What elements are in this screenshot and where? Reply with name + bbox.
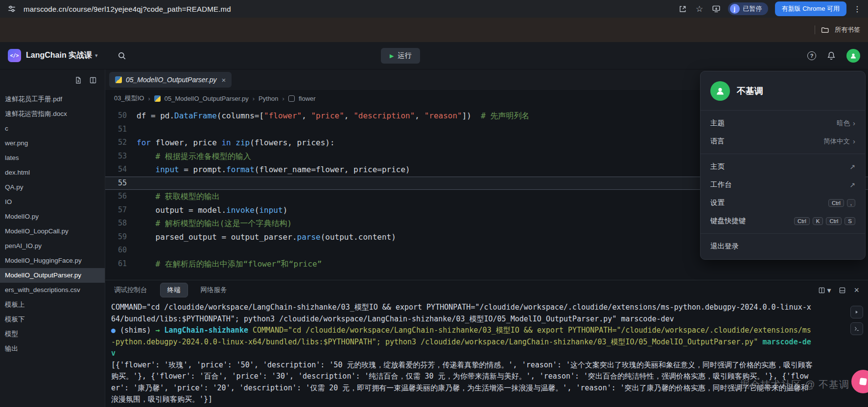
chevron-down-icon: ▾: [827, 286, 831, 295]
line-number[interactable]: 52: [105, 136, 137, 150]
chrome-update-button[interactable]: 有新版 Chrome 可用: [775, 1, 846, 16]
profile-paused-pill[interactable]: j 已暂停: [728, 2, 768, 15]
user-avatar[interactable]: [846, 49, 860, 63]
breadcrumb-item[interactable]: 03_模型IO: [114, 94, 144, 103]
file-item[interactable]: ers_with_descriptions.csv: [0, 283, 105, 297]
terminal-line: [{'flower': '玫瑰', 'price': '50', 'descri…: [111, 360, 813, 406]
file-item[interactable]: c: [0, 121, 105, 136]
editor-tab[interactable]: 05_ModelIO_OutputParser.py ×: [109, 72, 232, 88]
line-number[interactable]: 54: [105, 163, 137, 177]
line-number[interactable]: 58: [105, 217, 137, 230]
close-panel-icon[interactable]: ×: [854, 286, 859, 294]
terminal-header: 调试控制台终端网络服务 ▾: [105, 280, 868, 300]
user-menu: 不基调 主题暗色›语言简体中文›主页↗工作台↗设置Ctrl,键盘快捷键CtrlK…: [700, 71, 866, 260]
profile-paused-label: 已暂停: [743, 4, 762, 13]
file-list: 速鲜花员工手册.pdf速鲜花运营指南.docxcwer.pnglatesdex.…: [0, 91, 105, 356]
install-app-icon[interactable]: [711, 4, 721, 14]
breadcrumb-item[interactable]: 05_ModelIO_OutputParser.py: [164, 95, 249, 102]
breadcrumb-item[interactable]: flower: [299, 95, 316, 102]
line-number[interactable]: 56: [105, 190, 137, 204]
tune-icon[interactable]: [7, 4, 17, 14]
menu-item[interactable]: 工作台↗: [701, 176, 865, 194]
terminal-line: COMMAND="cd /cloudide/workspace/LangChai…: [111, 302, 813, 325]
keycap: S: [845, 217, 855, 225]
keycap: K: [813, 217, 823, 225]
terminal-tab[interactable]: 调试控制台: [114, 286, 147, 294]
file-item[interactable]: QA.py: [0, 180, 105, 195]
file-item[interactable]: ModelIO_LoopCall.py: [0, 224, 105, 239]
terminal-tabs: 调试控制台终端网络服务: [114, 283, 227, 297]
line-number[interactable]: 53: [105, 150, 137, 163]
terminal-panel: 调试控制台终端网络服务 ▾: [105, 280, 868, 407]
line-number[interactable]: 59: [105, 230, 137, 244]
run-label: 运行: [398, 51, 411, 60]
all-bookmarks-label[interactable]: 所有书签: [835, 25, 860, 34]
file-item[interactable]: penAI_IO.py: [0, 239, 105, 253]
marscode-logo-icon[interactable]: </>: [8, 49, 21, 62]
file-item[interactable]: dex.html: [0, 165, 105, 180]
panel-layout-icon[interactable]: [839, 287, 846, 294]
line-number[interactable]: 50: [105, 109, 137, 123]
menu-item[interactable]: 设置Ctrl,: [701, 194, 865, 212]
keycap: ,: [847, 199, 855, 207]
header-right-group: ?: [807, 49, 860, 63]
menu-item[interactable]: 语言简体中文›: [701, 132, 865, 150]
open-in-new-icon[interactable]: [678, 4, 688, 14]
run-button[interactable]: ▶ 运行: [381, 48, 420, 64]
import-file-icon[interactable]: [74, 76, 82, 84]
explorer-actions: [0, 69, 105, 91]
chevron-right-icon: ›: [853, 137, 855, 145]
file-item[interactable]: 速鲜花员工手册.pdf: [0, 92, 105, 107]
bell-icon[interactable]: [827, 51, 836, 60]
file-item[interactable]: ModelIO_HuggingFace.py: [0, 253, 105, 268]
help-icon[interactable]: ?: [807, 51, 816, 60]
breadcrumb-item[interactable]: Python: [258, 95, 278, 102]
python-icon: [115, 76, 122, 83]
file-item[interactable]: 速鲜花运营指南.docx: [0, 107, 105, 121]
keycap: Ctrl: [826, 217, 842, 225]
file-item[interactable]: IO: [0, 195, 105, 209]
run-in-terminal-icon[interactable]: [850, 306, 863, 318]
split-editor-icon[interactable]: [89, 76, 97, 84]
line-number[interactable]: 60: [105, 244, 137, 257]
menu-divider: [701, 110, 865, 111]
terminal-line: ● (shims) → LangChain-shizhanke COMMAND=…: [111, 325, 813, 360]
line-number[interactable]: 51: [105, 123, 137, 136]
tab-close-icon[interactable]: ×: [221, 76, 226, 84]
chevron-down-icon[interactable]: ▾: [95, 52, 98, 59]
line-number[interactable]: 55: [105, 177, 137, 190]
browser-menu-icon[interactable]: ⋮: [853, 4, 861, 14]
gift-icon: [859, 378, 867, 385]
symbol-icon: [288, 95, 295, 102]
terminal-tab[interactable]: 网络服务: [201, 286, 227, 294]
terminal-script-icon[interactable]: [850, 322, 863, 335]
line-number[interactable]: 57: [105, 204, 137, 217]
file-item[interactable]: wer.png: [0, 136, 105, 151]
file-item[interactable]: 模板上: [0, 297, 105, 312]
username: 不基调: [737, 85, 763, 97]
file-item[interactable]: 输出: [0, 341, 105, 356]
split-terminal-icon[interactable]: ▾: [818, 286, 831, 295]
line-number[interactable]: 61: [105, 257, 137, 271]
url-text[interactable]: marscode.cn/course/9erl12yejee4qj?code_p…: [23, 5, 231, 13]
browser-toolbar: marscode.cn/course/9erl12yejee4qj?code_p…: [0, 0, 868, 18]
menu-divider: [701, 154, 865, 154]
terminal-output[interactable]: COMMAND="cd /cloudide/workspace/LangChai…: [105, 300, 813, 406]
file-item[interactable]: 模型: [0, 327, 105, 341]
menu-item[interactable]: 主页↗: [701, 158, 865, 176]
screen: marscode.cn/course/9erl12yejee4qj?code_p…: [0, 0, 868, 407]
file-item[interactable]: ModelIO_OutputParser.py: [0, 268, 105, 283]
search-icon[interactable]: [117, 51, 126, 60]
terminal-tab[interactable]: 终端: [160, 283, 188, 297]
profile-avatar: j: [730, 4, 740, 14]
terminal-header-icons: ▾ ×: [818, 286, 859, 295]
play-icon: ▶: [390, 53, 394, 59]
file-item[interactable]: ModelIO.py: [0, 209, 105, 224]
menu-item[interactable]: 键盘快捷键CtrlKCtrlS: [701, 212, 865, 230]
menu-item[interactable]: 主题暗色›: [701, 114, 865, 132]
course-title[interactable]: LangChain 实战课: [26, 50, 92, 61]
menu-item[interactable]: 退出登录: [701, 237, 865, 255]
file-item[interactable]: lates: [0, 151, 105, 165]
file-item[interactable]: 模板下: [0, 312, 105, 327]
bookmark-star-icon[interactable]: ☆: [695, 4, 704, 14]
